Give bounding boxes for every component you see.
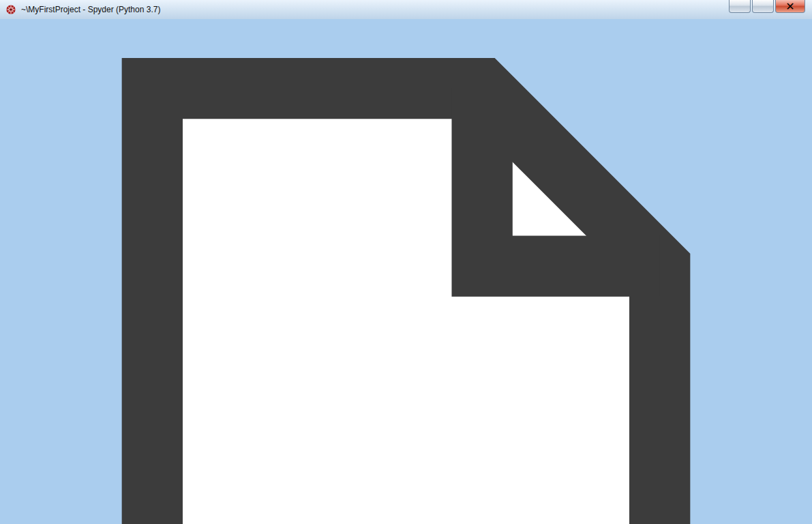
minimize-button[interactable] — [729, 0, 751, 13]
new-file-button[interactable] — [0, 12, 812, 524]
close-button[interactable]: ✕ — [775, 0, 805, 13]
title-bar: ~\MyFirstProject - Spyder (Python 3.7) ✕ — [0, 0, 812, 19]
spyder-window: ~\MyFirstProject - Spyder (Python 3.7) ✕… — [0, 0, 812, 524]
maximize-button[interactable] — [752, 0, 774, 13]
spyder-logo-icon — [5, 4, 16, 15]
window-title: ~\MyFirstProject - Spyder (Python 3.7) — [21, 5, 160, 14]
close-icon: ✕ — [785, 0, 794, 13]
main-toolbar: @C:\Users\Dora\MyFirstProject — [0, 12, 812, 524]
